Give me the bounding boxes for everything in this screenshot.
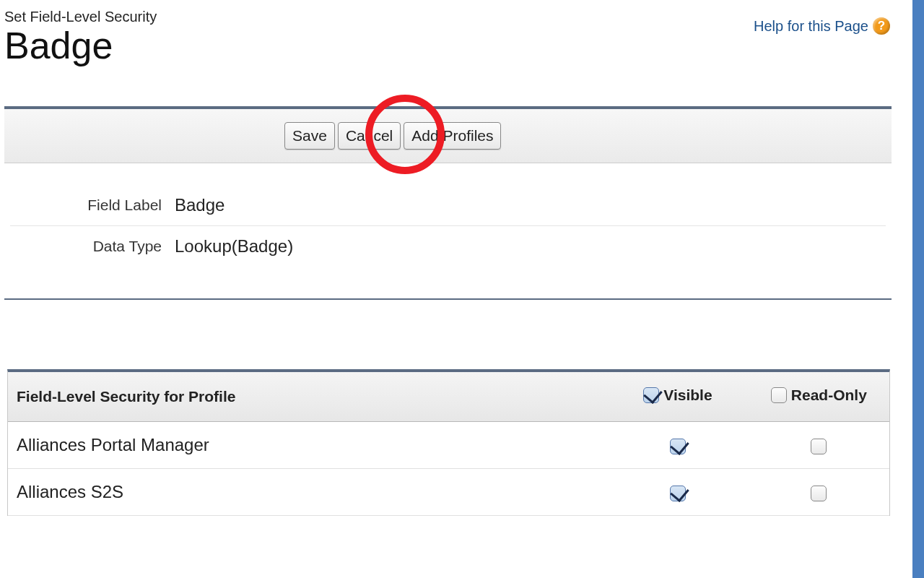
column-header-profile: Field-Level Security for Profile (8, 372, 607, 422)
page-heading: Set Field-Level Security Badge (4, 9, 157, 64)
visible-select-all-checkbox[interactable] (643, 387, 659, 403)
data-type-value: Lookup(Badge) (175, 236, 293, 256)
readonly-cell (749, 422, 889, 469)
readonly-checkbox[interactable] (811, 486, 827, 501)
visible-cell (607, 422, 748, 469)
scrollbar-track[interactable] (912, 0, 924, 578)
readonly-checkbox[interactable] (811, 439, 827, 454)
page-title: Badge (4, 27, 157, 64)
visible-checkbox[interactable] (670, 439, 686, 454)
field-label-value: Badge (175, 195, 225, 215)
save-button[interactable]: Save (284, 122, 335, 150)
cancel-button[interactable]: Cancel (338, 122, 401, 150)
button-bar: Save Cancel Add Profiles (4, 109, 892, 163)
column-header-readonly-label: Read-Only (791, 387, 867, 404)
field-label-name: Field Label (10, 197, 175, 214)
profile-name-cell: Alliances S2S (8, 469, 607, 516)
column-header-visible-label: Visible (663, 387, 712, 404)
visible-checkbox[interactable] (670, 486, 686, 501)
column-header-visible: Visible (607, 372, 748, 422)
table-row: Alliances S2S (8, 469, 889, 516)
readonly-cell (749, 469, 889, 516)
page-subtitle: Set Field-Level Security (4, 9, 157, 25)
help-icon: ? (873, 17, 890, 35)
visible-cell (607, 469, 748, 516)
add-profiles-button[interactable]: Add Profiles (404, 122, 501, 150)
data-type-name: Data Type (10, 238, 175, 255)
profile-security-panel: Field-Level Security for Profile Visible… (7, 369, 890, 516)
table-row: Alliances Portal Manager (8, 422, 889, 469)
profile-name-cell: Alliances Portal Manager (8, 422, 607, 469)
field-detail-panel: Save Cancel Add Profiles Field Label Bad… (4, 106, 892, 300)
readonly-select-all-checkbox[interactable] (771, 387, 787, 403)
help-link-label: Help for this Page (754, 18, 868, 35)
column-header-readonly: Read-Only (749, 372, 889, 422)
help-for-this-page-link[interactable]: Help for this Page ? (754, 17, 890, 35)
profile-security-table: Field-Level Security for Profile Visible… (8, 372, 889, 516)
